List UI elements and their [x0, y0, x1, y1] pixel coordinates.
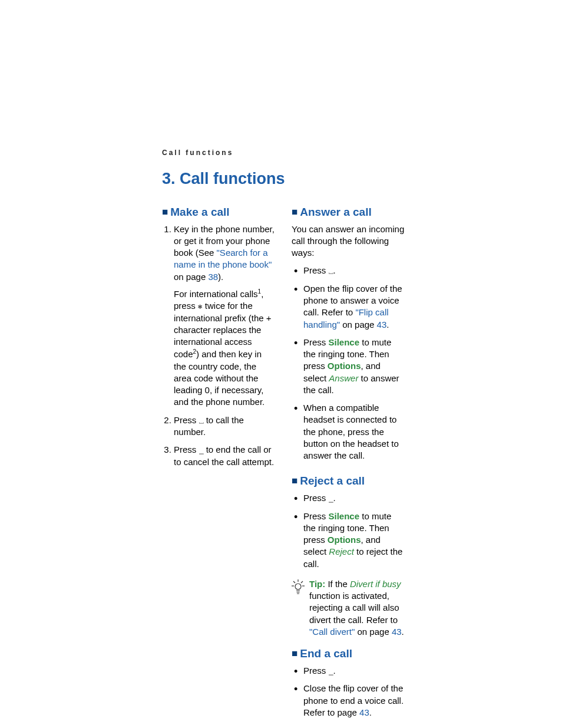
tip-block: Tip: If the Divert if busy function is a… — [292, 578, 406, 638]
lightbulb-icon — [292, 579, 305, 597]
section-heading: Make a call — [162, 205, 276, 220]
text: ). — [218, 272, 223, 282]
paragraph: For international calls1, press ✱ twice … — [174, 288, 276, 409]
text: Press — [303, 265, 329, 275]
section-heading: Reject a call — [292, 473, 406, 489]
link-call-divert[interactable]: "Call divert" — [309, 627, 355, 637]
text: Close the flip cover of the phone to end… — [303, 683, 404, 717]
section-heading: Answer a call — [292, 205, 406, 220]
key-name-silence: Silence — [329, 337, 360, 347]
key-name-options: Options — [328, 361, 361, 371]
text: Press — [174, 444, 199, 454]
text: . — [333, 265, 336, 275]
chapter-title: 3. Call functions — [162, 170, 406, 188]
section-reject-a-call: Reject a call Press ⎯. Press Silence to … — [292, 473, 406, 638]
tip-label: Tip: — [309, 579, 325, 589]
end-key-icon: ⎯ — [329, 667, 333, 677]
text: Press — [303, 666, 329, 676]
text: Press — [303, 493, 329, 503]
list-item: Press ⎯. — [292, 492, 406, 505]
svg-line-1 — [293, 581, 295, 583]
list-item: Press ⎵ to call the number. — [174, 414, 276, 439]
list-item: Open the flip cover of the phone to answ… — [292, 283, 406, 331]
list-item: Press ⎵. — [292, 265, 406, 277]
text: function is activated, rejecting a call … — [309, 591, 399, 625]
section-answer-a-call: Answer a call You can answer an incoming… — [292, 205, 406, 462]
section-heading: End a call — [292, 646, 406, 661]
list-item: Key in the phone number, or get it from … — [174, 223, 276, 409]
text: If the — [325, 579, 350, 589]
text: . — [333, 666, 336, 676]
call-key-icon: ⎵ — [329, 266, 333, 277]
list-item: Close the flip cover of the phone to end… — [292, 683, 406, 719]
list-item: Press ⎯. — [292, 665, 406, 677]
svg-point-5 — [295, 584, 301, 589]
section-end-a-call: End a call Press ⎯. Close the flip cover… — [292, 646, 406, 719]
call-key-icon: ⎵ — [199, 416, 204, 427]
feature-name-divert-if-busy: Divert if busy — [350, 579, 401, 589]
paragraph: You can answer an incoming call through … — [292, 223, 406, 259]
end-key-icon: ⎯ — [329, 494, 333, 505]
end-key-icon: ⎯ — [199, 446, 204, 456]
text: on page — [355, 627, 392, 637]
link-page-43[interactable]: 43 — [359, 707, 369, 717]
list-item: Press Silence to mute the ringing tone. … — [292, 337, 406, 396]
text: on page — [340, 319, 377, 330]
text: . — [386, 319, 389, 330]
link-page-43[interactable]: 43 — [377, 319, 387, 330]
list-item: Press Silence to mute the ringing tone. … — [292, 510, 406, 570]
text: Press — [174, 415, 199, 425]
text: For international calls — [174, 289, 258, 299]
key-name-options: Options — [328, 535, 361, 545]
tip-text: Tip: If the Divert if busy function is a… — [309, 578, 406, 638]
two-column-body: Make a call Key in the phone number, or … — [162, 205, 406, 719]
list-item: When a compatible headset is connected t… — [292, 402, 406, 462]
link-page-43[interactable]: 43 — [392, 627, 402, 637]
text: . — [402, 627, 404, 637]
svg-line-2 — [301, 581, 303, 583]
section-make-a-call: Make a call Key in the phone number, or … — [162, 205, 276, 468]
text: . — [369, 707, 372, 717]
running-header: Call functions — [162, 149, 406, 157]
text: on page — [174, 272, 208, 282]
menu-name-answer: Answer — [329, 373, 358, 383]
text: . — [333, 493, 336, 503]
text: Press — [303, 337, 329, 347]
text: Press — [303, 511, 329, 521]
link-page-38[interactable]: 38 — [208, 272, 218, 282]
key-name-silence: Silence — [329, 511, 360, 521]
star-key-icon: ✱ — [198, 302, 203, 312]
list-item: Press ⎯ to end the call or to cancel the… — [174, 444, 276, 468]
menu-name-reject: Reject — [329, 546, 354, 556]
